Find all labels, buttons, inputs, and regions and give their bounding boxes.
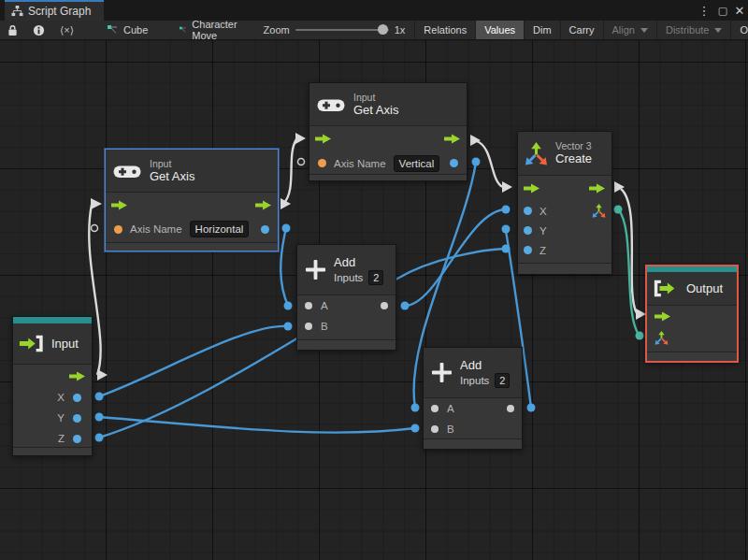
value-input-port-b[interactable] <box>431 425 439 433</box>
node-subtitle: Input <box>353 92 398 103</box>
plus-icon <box>431 362 453 383</box>
node-title: Output <box>686 281 723 296</box>
float-input-port-x[interactable] <box>524 207 532 215</box>
vector-input-row <box>647 327 737 349</box>
control-input-arrow-icon[interactable] <box>654 311 671 322</box>
control-input-arrow-icon[interactable] <box>315 134 332 144</box>
control-output-arrow-icon[interactable] <box>444 134 461 144</box>
inputs-label: Inputs <box>460 375 489 386</box>
control-output-arrow-icon[interactable] <box>69 371 86 381</box>
control-flow-row <box>309 126 467 151</box>
node-graph-output[interactable]: Output <box>645 265 739 363</box>
vector3-icon <box>525 142 548 165</box>
node-title: Create <box>555 151 592 166</box>
vector3-input-port[interactable] <box>654 331 669 345</box>
sum-output-port[interactable] <box>381 302 388 309</box>
control-input-arrow-icon[interactable] <box>111 200 128 210</box>
wire-add1-to-create-x[interactable] <box>405 209 506 306</box>
node-title: Input <box>51 337 79 352</box>
node-footer[interactable] <box>424 438 522 449</box>
plus-icon <box>305 259 326 280</box>
wire-control-vertical-to-create[interactable] <box>477 141 503 187</box>
port-row-b: B <box>297 316 396 337</box>
port-row-x: X <box>518 201 611 221</box>
node-footer[interactable] <box>13 447 92 455</box>
port-row-y: Y <box>518 221 611 240</box>
axis-name-label: Axis Name <box>334 158 386 169</box>
gamepad-icon <box>317 96 345 113</box>
inputs-count-field[interactable]: 2 <box>368 270 383 285</box>
node-get-axis-vertical[interactable]: Input Get Axis Axis Name Vertical <box>309 82 468 181</box>
gamepad-icon <box>113 163 141 179</box>
axis-name-row: Axis Name Vertical <box>309 151 467 175</box>
axis-name-field[interactable]: Vertical <box>394 155 440 172</box>
float-output-port[interactable] <box>450 159 458 167</box>
float-output-port[interactable] <box>261 225 269 234</box>
node-title: Add <box>334 255 383 270</box>
control-output-arrow-icon[interactable] <box>255 200 272 210</box>
node-header: Input Get Axis <box>106 150 278 193</box>
node-graph-input[interactable]: Input X Y Z <box>12 316 93 456</box>
node-footer[interactable] <box>309 174 467 180</box>
axis-name-row: Axis Name Horizontal <box>106 217 278 241</box>
port-row-z: Z <box>518 240 611 260</box>
node-header: Input <box>13 323 92 365</box>
node-title: Get Axis <box>150 169 194 184</box>
control-flow-row <box>647 306 737 327</box>
port-row-a: A <box>424 398 522 419</box>
node-get-axis-horizontal[interactable]: Input Get Axis Axis Name Horizontal <box>105 149 279 251</box>
axis-name-field[interactable]: Horizontal <box>190 221 250 237</box>
port-row-y: Y <box>13 408 92 428</box>
wire-control-horizontal-to-vertical[interactable] <box>283 139 296 204</box>
control-flow-row <box>13 365 92 387</box>
node-add-top[interactable]: Add Inputs 2 A B <box>296 244 396 351</box>
control-flow-row <box>106 193 278 217</box>
inputs-count-field[interactable]: 2 <box>495 373 510 388</box>
port-row-b: B <box>424 419 522 439</box>
node-subtitle: Input <box>150 158 194 169</box>
string-input-port[interactable] <box>114 225 122 234</box>
node-footer[interactable] <box>518 263 611 274</box>
string-input-port[interactable] <box>318 159 326 167</box>
node-footer[interactable] <box>106 242 278 251</box>
node-subtitle: Vector 3 <box>555 140 592 151</box>
subgraph-strip <box>13 317 92 323</box>
wire-horizontal-to-add1-a[interactable] <box>280 228 288 306</box>
node-header: Add Inputs 2 <box>424 348 522 398</box>
port-row-x: X <box>13 387 92 408</box>
port-row-z: Z <box>13 428 92 449</box>
input-bracket-icon <box>19 334 45 353</box>
sum-output-port[interactable] <box>507 405 514 412</box>
node-title: Add <box>460 358 510 373</box>
vector3-output-port[interactable] <box>592 204 606 218</box>
port-row-a: A <box>297 295 396 316</box>
axis-name-label: Axis Name <box>130 223 182 235</box>
value-input-port-a[interactable] <box>431 405 439 412</box>
node-header: Input Get Axis <box>309 83 467 126</box>
control-flow-row <box>518 176 611 201</box>
inputs-label: Inputs <box>334 272 363 283</box>
value-input-port-b[interactable] <box>305 323 312 330</box>
control-output-arrow-icon[interactable] <box>589 183 606 194</box>
output-bracket-icon <box>653 279 679 298</box>
node-footer[interactable] <box>647 352 737 361</box>
float-input-port-z[interactable] <box>524 246 532 254</box>
control-input-arrow-icon[interactable] <box>524 183 540 194</box>
node-vector3-create[interactable]: Vector 3 Create X Y Z <box>517 131 612 275</box>
float-output-port-z[interactable] <box>73 435 81 443</box>
node-footer[interactable] <box>297 339 396 350</box>
float-output-port-y[interactable] <box>73 414 81 423</box>
float-output-port-x[interactable] <box>73 394 81 402</box>
float-input-port-y[interactable] <box>524 226 532 235</box>
node-header: Add Inputs 2 <box>297 245 396 295</box>
node-add-bottom[interactable]: Add Inputs 2 A B <box>423 347 523 450</box>
node-title: Get Axis <box>353 103 398 118</box>
value-input-port-a[interactable] <box>305 302 312 309</box>
node-header: Vector 3 Create <box>518 132 611 176</box>
node-header: Output <box>647 272 737 306</box>
